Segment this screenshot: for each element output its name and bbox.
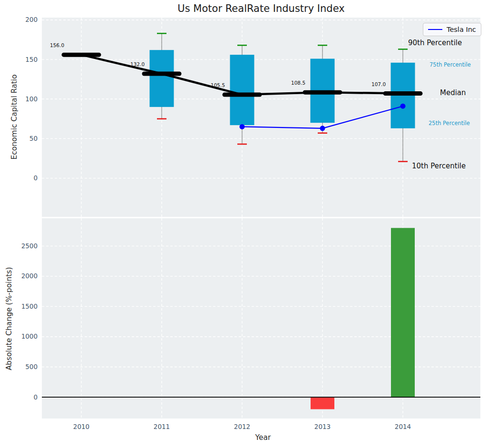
tesla-point-2014	[400, 104, 406, 109]
bottom-ytick-0: 0	[33, 393, 38, 401]
bottom-ytick-500: 500	[25, 363, 38, 370]
chart-title: Us Motor RealRate Industry Index	[42, 3, 480, 14]
top-ytick-0: 0	[33, 174, 38, 182]
charts-canvas: 0501001502000500100015002000250020102011…	[0, 0, 488, 448]
annotation-25th-percentile: 25th Percentile	[429, 120, 470, 127]
xtick-2012: 2012	[234, 423, 250, 430]
percentile-box-2011	[150, 50, 174, 107]
xtick-2010: 2010	[73, 423, 89, 430]
bottom-y-axis-label: Absolute Change (%-points)	[5, 267, 13, 370]
top-ytick-100: 100	[25, 95, 38, 103]
xtick-2013: 2013	[314, 423, 331, 430]
annotation-10th-percentile: 10th Percentile	[412, 162, 466, 170]
annotation-median: Median	[440, 88, 466, 97]
bottom-ytick-2000: 2000	[21, 272, 38, 280]
bottom-ytick-2500: 2500	[21, 242, 38, 250]
xtick-2014: 2014	[395, 423, 411, 430]
bottom-ytick-1000: 1000	[21, 332, 38, 340]
industry-index-figure: 0501001502000500100015002000250020102011…	[0, 0, 488, 448]
top-ytick-150: 150	[25, 56, 38, 63]
percentile-box-2012	[230, 55, 254, 125]
top-ytick-50: 50	[29, 135, 38, 142]
top-y-axis-label: Economic Capital Ratio	[10, 74, 19, 159]
legend-line-swatch	[428, 29, 442, 30]
annotation-90th-percentile: 90th Percentile	[408, 39, 462, 47]
bottom-ytick-1500: 1500	[21, 302, 38, 310]
x-axis-label: Year	[255, 433, 271, 442]
annotation-75th-percentile: 75th Percentile	[429, 61, 471, 68]
median-value-label-2011: 132.0	[130, 61, 145, 67]
change-bar-2014	[391, 228, 415, 397]
tesla-point-2012	[240, 124, 245, 129]
median-value-label-2013: 108.5	[291, 80, 305, 86]
legend: Tesla Inc	[423, 23, 481, 36]
change-bar-2013	[311, 397, 334, 409]
median-value-label-2012: 105.5	[211, 82, 225, 88]
top-ytick-200: 200	[25, 16, 38, 23]
xtick-2011: 2011	[154, 423, 170, 430]
median-value-label-2014: 107.0	[371, 81, 386, 87]
tesla-point-2013	[320, 126, 325, 131]
median-value-label-2010: 156.0	[50, 42, 64, 48]
legend-label: Tesla Inc	[447, 26, 476, 33]
